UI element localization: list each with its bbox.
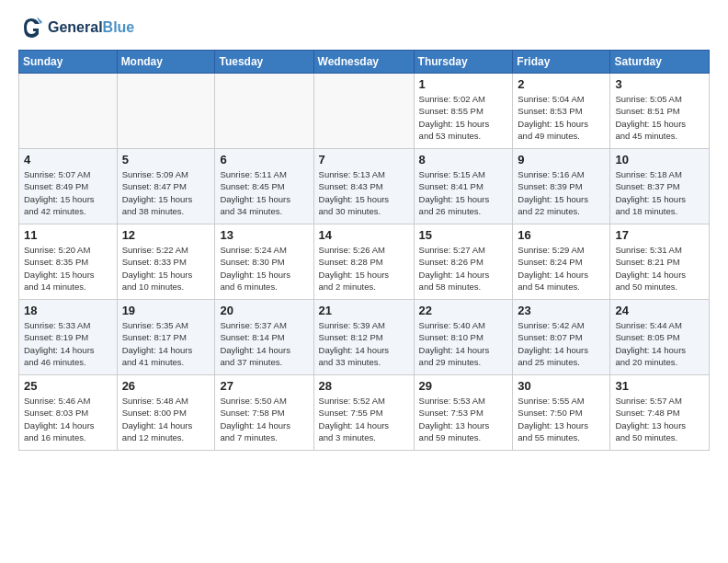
calendar-cell: 6Sunrise: 5:11 AM Sunset: 8:45 PM Daylig… xyxy=(215,149,313,224)
day-number: 20 xyxy=(220,304,308,317)
calendar-week-row: 4Sunrise: 5:07 AM Sunset: 8:49 PM Daylig… xyxy=(19,149,710,224)
day-number: 23 xyxy=(518,304,605,317)
day-number: 22 xyxy=(419,304,508,317)
calendar-cell: 4Sunrise: 5:07 AM Sunset: 8:49 PM Daylig… xyxy=(19,149,118,224)
day-info: Sunrise: 5:55 AM Sunset: 7:50 PM Dayligh… xyxy=(518,395,605,443)
day-number: 19 xyxy=(122,304,210,317)
day-number: 11 xyxy=(24,228,112,242)
day-info: Sunrise: 5:09 AM Sunset: 8:47 PM Dayligh… xyxy=(122,168,210,217)
calendar-day-header: Sunday xyxy=(19,51,118,74)
calendar-week-row: 18Sunrise: 5:33 AM Sunset: 8:19 PM Dayli… xyxy=(19,300,710,375)
day-info: Sunrise: 5:13 AM Sunset: 8:43 PM Dayligh… xyxy=(319,168,409,217)
day-info: Sunrise: 5:16 AM Sunset: 8:39 PM Dayligh… xyxy=(518,168,605,217)
calendar-cell: 23Sunrise: 5:42 AM Sunset: 8:07 PM Dayli… xyxy=(513,300,610,375)
calendar-week-row: 1Sunrise: 5:02 AM Sunset: 8:55 PM Daylig… xyxy=(19,74,710,149)
calendar-cell: 15Sunrise: 5:27 AM Sunset: 8:26 PM Dayli… xyxy=(414,224,513,300)
day-info: Sunrise: 5:42 AM Sunset: 8:07 PM Dayligh… xyxy=(518,319,605,368)
day-info: Sunrise: 5:26 AM Sunset: 8:28 PM Dayligh… xyxy=(319,244,409,293)
day-number: 18 xyxy=(24,304,112,317)
day-number: 13 xyxy=(220,228,308,242)
day-info: Sunrise: 5:20 AM Sunset: 8:35 PM Dayligh… xyxy=(24,244,112,293)
day-info: Sunrise: 5:40 AM Sunset: 8:10 PM Dayligh… xyxy=(419,319,508,368)
day-number: 25 xyxy=(24,379,112,393)
calendar-cell: 2Sunrise: 5:04 AM Sunset: 8:53 PM Daylig… xyxy=(513,74,610,149)
day-number: 3 xyxy=(615,77,704,91)
calendar-week-row: 25Sunrise: 5:46 AM Sunset: 8:03 PM Dayli… xyxy=(19,375,710,451)
page: GeneralBlue SundayMondayTuesdayWednesday… xyxy=(0,0,728,460)
day-number: 10 xyxy=(615,153,704,167)
day-info: Sunrise: 5:44 AM Sunset: 8:05 PM Dayligh… xyxy=(615,319,704,368)
day-number: 8 xyxy=(419,153,508,167)
calendar: SundayMondayTuesdayWednesdayThursdayFrid… xyxy=(18,50,710,451)
day-info: Sunrise: 5:57 AM Sunset: 7:48 PM Dayligh… xyxy=(615,395,704,443)
calendar-cell: 25Sunrise: 5:46 AM Sunset: 8:03 PM Dayli… xyxy=(19,375,118,451)
day-number: 5 xyxy=(122,153,210,167)
calendar-cell xyxy=(313,74,414,149)
day-info: Sunrise: 5:35 AM Sunset: 8:17 PM Dayligh… xyxy=(122,319,210,368)
calendar-day-header: Friday xyxy=(513,51,610,74)
day-info: Sunrise: 5:33 AM Sunset: 8:19 PM Dayligh… xyxy=(24,319,112,368)
calendar-day-header: Thursday xyxy=(414,51,513,74)
calendar-cell: 24Sunrise: 5:44 AM Sunset: 8:05 PM Dayli… xyxy=(610,300,710,375)
day-info: Sunrise: 5:07 AM Sunset: 8:49 PM Dayligh… xyxy=(24,168,112,217)
day-info: Sunrise: 5:27 AM Sunset: 8:26 PM Dayligh… xyxy=(419,244,508,293)
logo: GeneralBlue xyxy=(18,15,134,40)
day-number: 27 xyxy=(220,379,308,393)
day-number: 14 xyxy=(319,228,409,242)
calendar-cell: 11Sunrise: 5:20 AM Sunset: 8:35 PM Dayli… xyxy=(19,224,118,300)
day-info: Sunrise: 5:15 AM Sunset: 8:41 PM Dayligh… xyxy=(419,168,508,217)
day-number: 1 xyxy=(419,77,508,91)
calendar-cell: 31Sunrise: 5:57 AM Sunset: 7:48 PM Dayli… xyxy=(610,375,710,451)
calendar-day-header: Monday xyxy=(117,51,215,74)
calendar-cell: 30Sunrise: 5:55 AM Sunset: 7:50 PM Dayli… xyxy=(513,375,610,451)
calendar-cell: 12Sunrise: 5:22 AM Sunset: 8:33 PM Dayli… xyxy=(117,224,215,300)
calendar-cell: 1Sunrise: 5:02 AM Sunset: 8:55 PM Daylig… xyxy=(414,74,513,149)
calendar-cell: 20Sunrise: 5:37 AM Sunset: 8:14 PM Dayli… xyxy=(215,300,313,375)
calendar-cell: 5Sunrise: 5:09 AM Sunset: 8:47 PM Daylig… xyxy=(117,149,215,224)
calendar-cell: 9Sunrise: 5:16 AM Sunset: 8:39 PM Daylig… xyxy=(513,149,610,224)
calendar-cell xyxy=(117,74,215,149)
day-number: 26 xyxy=(122,379,210,393)
day-number: 12 xyxy=(122,228,210,242)
day-info: Sunrise: 5:52 AM Sunset: 7:55 PM Dayligh… xyxy=(319,395,409,443)
day-info: Sunrise: 5:53 AM Sunset: 7:53 PM Dayligh… xyxy=(419,395,508,443)
day-info: Sunrise: 5:04 AM Sunset: 8:53 PM Dayligh… xyxy=(518,93,605,142)
calendar-cell: 3Sunrise: 5:05 AM Sunset: 8:51 PM Daylig… xyxy=(610,74,710,149)
calendar-cell: 27Sunrise: 5:50 AM Sunset: 7:58 PM Dayli… xyxy=(215,375,313,451)
day-info: Sunrise: 5:39 AM Sunset: 8:12 PM Dayligh… xyxy=(319,319,409,368)
day-number: 4 xyxy=(24,153,112,167)
day-info: Sunrise: 5:22 AM Sunset: 8:33 PM Dayligh… xyxy=(122,244,210,293)
calendar-cell: 29Sunrise: 5:53 AM Sunset: 7:53 PM Dayli… xyxy=(414,375,513,451)
day-info: Sunrise: 5:29 AM Sunset: 8:24 PM Dayligh… xyxy=(518,244,605,293)
day-number: 28 xyxy=(319,379,409,393)
day-info: Sunrise: 5:24 AM Sunset: 8:30 PM Dayligh… xyxy=(220,244,308,293)
calendar-day-header: Tuesday xyxy=(215,51,313,74)
calendar-cell: 7Sunrise: 5:13 AM Sunset: 8:43 PM Daylig… xyxy=(313,149,414,224)
day-number: 17 xyxy=(615,228,704,242)
calendar-cell: 22Sunrise: 5:40 AM Sunset: 8:10 PM Dayli… xyxy=(414,300,513,375)
day-number: 7 xyxy=(319,153,409,167)
day-number: 21 xyxy=(319,304,409,317)
calendar-cell xyxy=(19,74,118,149)
day-info: Sunrise: 5:18 AM Sunset: 8:37 PM Dayligh… xyxy=(615,168,704,217)
calendar-cell: 26Sunrise: 5:48 AM Sunset: 8:00 PM Dayli… xyxy=(117,375,215,451)
calendar-cell: 28Sunrise: 5:52 AM Sunset: 7:55 PM Dayli… xyxy=(313,375,414,451)
day-info: Sunrise: 5:31 AM Sunset: 8:21 PM Dayligh… xyxy=(615,244,704,293)
day-number: 9 xyxy=(518,153,605,167)
calendar-day-header: Wednesday xyxy=(313,51,414,74)
calendar-header-row: SundayMondayTuesdayWednesdayThursdayFrid… xyxy=(19,51,710,74)
day-number: 16 xyxy=(518,228,605,242)
day-number: 2 xyxy=(518,77,605,91)
logo-icon xyxy=(18,15,44,40)
calendar-cell: 19Sunrise: 5:35 AM Sunset: 8:17 PM Dayli… xyxy=(117,300,215,375)
day-info: Sunrise: 5:02 AM Sunset: 8:55 PM Dayligh… xyxy=(419,93,508,142)
day-number: 24 xyxy=(615,304,704,317)
logo-text: GeneralBlue xyxy=(48,19,134,36)
calendar-cell: 18Sunrise: 5:33 AM Sunset: 8:19 PM Dayli… xyxy=(19,300,118,375)
day-info: Sunrise: 5:46 AM Sunset: 8:03 PM Dayligh… xyxy=(24,395,112,443)
calendar-cell: 8Sunrise: 5:15 AM Sunset: 8:41 PM Daylig… xyxy=(414,149,513,224)
calendar-day-header: Saturday xyxy=(610,51,710,74)
calendar-cell: 10Sunrise: 5:18 AM Sunset: 8:37 PM Dayli… xyxy=(610,149,710,224)
day-number: 31 xyxy=(615,379,704,393)
day-info: Sunrise: 5:05 AM Sunset: 8:51 PM Dayligh… xyxy=(615,93,704,142)
